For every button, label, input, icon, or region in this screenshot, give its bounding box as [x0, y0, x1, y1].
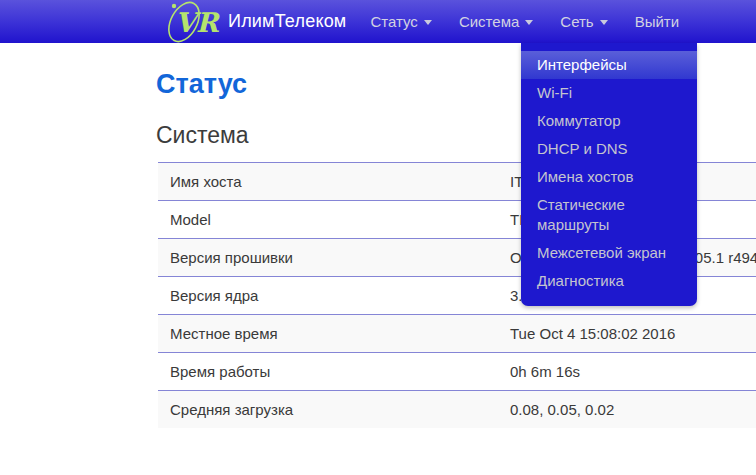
brand[interactable]: VR ИлимТелеком [160, 1, 346, 43]
menu-item-system-label: Система [459, 13, 519, 30]
dropdown-item-static-routes[interactable]: Статические маршруты [521, 191, 697, 239]
brand-title: ИлимТелеком [228, 11, 346, 32]
menu-item-network-label: Сеть [560, 13, 593, 30]
dropdown-item-switch[interactable]: Коммутатор [521, 107, 697, 135]
chevron-down-icon [424, 20, 432, 25]
menu-item-logout[interactable]: Выйти [635, 13, 679, 30]
top-navbar: VR ИлимТелеком Статус Система Сеть Выйти [0, 0, 756, 43]
row-label: Версия ядра [158, 277, 498, 315]
menu-item-logout-label: Выйти [635, 13, 679, 30]
dropdown-item-dhcp-dns[interactable]: DHCP и DNS [521, 135, 697, 163]
chevron-down-icon [525, 20, 533, 25]
row-value: Tue Oct 4 15:08:02 2016 [498, 315, 756, 353]
dropdown-item-wifi[interactable]: Wi-Fi [521, 79, 697, 107]
row-label: Средняя загрузка [158, 391, 498, 429]
row-label: Время работы [158, 353, 498, 391]
row-label: Местное время [158, 315, 498, 353]
row-value: 0h 6m 16s [498, 353, 756, 391]
row-value: 0.08, 0.05, 0.02 [498, 391, 756, 429]
dropdown-item-interfaces[interactable]: Интерфейсы [521, 51, 697, 79]
menu-item-status-label: Статус [370, 13, 417, 30]
menu-item-network[interactable]: Сеть [560, 13, 607, 30]
table-row: Средняя загрузка 0.08, 0.05, 0.02 [158, 391, 756, 429]
ilimtelecom-logo-icon: VR [160, 1, 226, 43]
network-dropdown-menu: Интерфейсы Wi-Fi Коммутатор DHCP и DNS И… [521, 43, 697, 306]
menu-item-status[interactable]: Статус [370, 13, 431, 30]
row-label: Версия прошивки [158, 239, 498, 277]
dropdown-item-diagnostics[interactable]: Диагностика [521, 267, 697, 295]
row-label: Model [158, 201, 498, 239]
main-menu: Статус Система Сеть Выйти [370, 13, 679, 30]
table-row: Местное время Tue Oct 4 15:08:02 2016 [158, 315, 756, 353]
dropdown-item-hostnames[interactable]: Имена хостов [521, 163, 697, 191]
dropdown-item-firewall[interactable]: Межсетевой экран [521, 239, 697, 267]
menu-item-system[interactable]: Система [459, 13, 533, 30]
svg-text:VR: VR [175, 7, 220, 38]
chevron-down-icon [600, 20, 608, 25]
table-row: Время работы 0h 6m 16s [158, 353, 756, 391]
row-label: Имя хоста [158, 163, 498, 201]
